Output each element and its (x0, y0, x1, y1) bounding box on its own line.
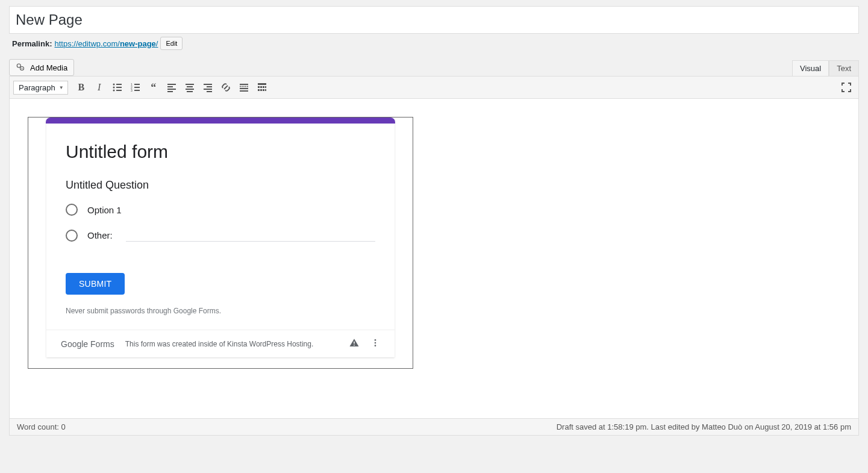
svg-rect-9 (134, 84, 140, 85)
svg-rect-34 (265, 86, 266, 88)
draft-status: Draft saved at 1:58:19 pm. Last edited b… (557, 422, 851, 431)
add-media-label: Add Media (30, 63, 67, 72)
other-input[interactable] (126, 229, 375, 242)
option-row-1[interactable]: Option 1 (66, 204, 375, 216)
add-media-button[interactable]: Add Media (9, 59, 74, 76)
option-label: Option 1 (87, 205, 122, 215)
svg-rect-36 (260, 89, 262, 91)
svg-rect-16 (167, 89, 176, 90)
svg-rect-33 (263, 86, 264, 88)
svg-rect-39 (354, 342, 355, 344)
svg-rect-28 (240, 88, 248, 89)
editor-content-area[interactable]: Untitled form Untitled Question Option 1… (10, 99, 858, 418)
svg-rect-7 (116, 90, 122, 91)
svg-rect-27 (240, 86, 248, 87)
svg-rect-26 (240, 84, 248, 85)
blockquote-button[interactable]: “ (145, 79, 162, 96)
svg-rect-11 (134, 87, 140, 88)
google-forms-logo[interactable]: Google Forms (61, 339, 114, 349)
toolbar-toggle-button[interactable] (254, 79, 270, 96)
svg-rect-37 (263, 89, 264, 91)
svg-point-42 (375, 342, 376, 344)
svg-point-41 (375, 339, 376, 341)
svg-rect-22 (204, 84, 212, 85)
media-icon (16, 62, 27, 73)
form-title: Untitled form (66, 142, 375, 162)
embedded-form-frame: Untitled form Untitled Question Option 1… (28, 117, 413, 369)
svg-rect-31 (258, 86, 260, 88)
bullet-list-button[interactable] (109, 79, 126, 96)
other-label: Other: (87, 230, 113, 240)
align-left-button[interactable] (163, 79, 180, 96)
svg-point-6 (113, 90, 114, 92)
svg-rect-18 (186, 84, 194, 85)
svg-rect-24 (204, 89, 212, 90)
option-row-other[interactable]: Other: (66, 229, 375, 242)
svg-rect-35 (258, 89, 260, 91)
form-footer: Google Forms This form was created insid… (46, 330, 395, 357)
fullscreen-button[interactable] (838, 79, 855, 96)
radio-icon[interactable] (66, 204, 78, 216)
tab-text[interactable]: Text (829, 60, 859, 76)
format-dropdown[interactable]: Paragraph (13, 81, 68, 95)
svg-rect-15 (167, 86, 173, 87)
word-count: Word count: 0 (17, 422, 66, 431)
svg-rect-40 (354, 345, 355, 346)
edit-permalink-button[interactable]: Edit (160, 37, 183, 50)
more-options-icon[interactable] (370, 337, 380, 350)
form-card: Untitled form Untitled Question Option 1… (46, 117, 395, 357)
link-button[interactable] (217, 79, 234, 96)
numbered-list-button[interactable]: 123 (127, 79, 144, 96)
svg-rect-14 (167, 84, 176, 85)
tab-visual[interactable]: Visual (792, 60, 829, 76)
svg-rect-32 (260, 86, 262, 88)
editor-wrap: Paragraph B I 123 “ Untitled form Untitl (9, 76, 859, 436)
svg-rect-20 (186, 89, 194, 90)
question-title: Untitled Question (66, 179, 375, 192)
title-container (9, 6, 859, 34)
svg-rect-38 (265, 89, 266, 91)
svg-rect-30 (258, 83, 266, 85)
permalink-row: Permalink: https://editwp.com/new-page/ … (12, 37, 859, 50)
page-title-input[interactable] (16, 8, 852, 31)
svg-rect-17 (167, 91, 173, 92)
form-accent-bar (46, 117, 395, 124)
form-warning-text: Never submit passwords through Google Fo… (66, 307, 375, 315)
svg-text:3: 3 (131, 89, 133, 92)
svg-rect-29 (240, 90, 248, 92)
svg-rect-5 (116, 87, 122, 88)
svg-point-0 (17, 64, 20, 67)
svg-rect-3 (116, 84, 122, 85)
permalink-link[interactable]: https://editwp.com/new-page/ (54, 39, 158, 48)
report-abuse-icon[interactable] (349, 337, 360, 350)
radio-icon[interactable] (66, 230, 78, 242)
submit-button[interactable]: SUBMIT (66, 273, 125, 295)
svg-rect-13 (134, 90, 140, 91)
editor-toolbar: Paragraph B I 123 “ (10, 77, 858, 99)
svg-rect-21 (187, 91, 193, 92)
svg-point-4 (113, 87, 114, 89)
status-bar: Word count: 0 Draft saved at 1:58:19 pm.… (10, 418, 858, 435)
svg-point-43 (375, 345, 376, 346)
svg-point-2 (113, 84, 114, 86)
align-right-button[interactable] (199, 79, 216, 96)
editor-tabs: Visual Text (792, 60, 859, 76)
svg-rect-19 (187, 86, 193, 87)
italic-button[interactable]: I (91, 79, 108, 96)
footer-text: This form was created inside of Kinsta W… (125, 340, 338, 348)
align-center-button[interactable] (181, 79, 198, 96)
readmore-button[interactable] (236, 79, 252, 96)
svg-rect-23 (207, 86, 212, 87)
svg-rect-25 (207, 91, 212, 92)
bold-button[interactable]: B (73, 79, 90, 96)
permalink-label: Permalink: (12, 39, 52, 48)
